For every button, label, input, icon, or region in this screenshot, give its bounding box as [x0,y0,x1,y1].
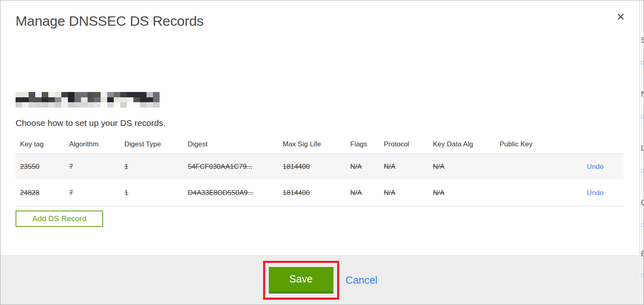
table-cell: N/A [384,189,433,197]
background-footer-sliver [640,255,644,305]
redacted-pixel [16,92,22,97]
redacted-pixel [88,92,94,97]
undo-link[interactable]: Undo [587,189,603,197]
redacted-pixel [133,97,140,103]
column-header: Algorithm [69,140,124,148]
table-cell: N/A [384,163,433,171]
redacted-pixel [88,97,94,103]
redacted-pixel [61,97,68,103]
redacted-pixel [114,97,120,103]
background-page-sliver: SoNoLoCoEo [640,0,644,305]
add-ds-record-button[interactable]: Add DS Record [16,211,103,227]
redacted-pixel [146,102,153,108]
undo-link[interactable]: Undo [587,163,603,170]
redacted-pixel [107,102,114,108]
table-cell: 7 [69,189,124,197]
red-highlight-annotation: Save [263,261,339,300]
redacted-pixel [127,92,133,97]
redacted-pixel [61,92,68,97]
table-cell: 7 [69,163,124,171]
redacted-pixel [68,102,74,108]
redacted-pixel [42,102,48,108]
redacted-pixel [48,102,55,108]
table-cell: D4A33E8DD550A9... [188,189,283,197]
action-cell: Undo [583,189,624,197]
background-text-fragment: N [641,90,644,99]
redacted-pixel [22,92,29,97]
redacted-pixel [55,92,61,97]
column-header: Protocol [384,140,433,148]
redacted-pixel [74,102,81,108]
redacted-pixel [29,102,35,108]
column-header: Max Sig Life [283,140,350,148]
redacted-pixel [61,102,68,108]
table-cell: 54FCF030AA1C79... [188,163,283,171]
cancel-link[interactable]: Cancel [346,274,378,286]
redacted-pixel [140,102,146,108]
background-text-fragment: L [641,144,644,153]
table-cell: N/A [433,163,500,171]
table-row: 235507154FCF030AA1C79...1814400N/AN/AN/A… [16,154,624,179]
table-cell: 1814400 [283,163,350,171]
background-text-fragment: E [641,249,644,258]
page-title: Manage DNSSEC DS Records [16,13,204,29]
table-cell: 23550 [20,163,69,171]
table-cell: 1 [124,189,188,197]
column-header: Public Key [500,140,583,148]
redacted-pixel [120,102,127,108]
table-cell: 1 [124,163,188,171]
redacted-pixel [35,92,42,97]
redacted-pixel [114,92,120,97]
redacted-pixel [101,97,107,103]
column-header: Key Data Alg [433,140,500,148]
table-cell: N/A [350,163,384,171]
redacted-pixel [55,102,61,108]
redacted-pixel [68,97,74,103]
redacted-pixel [29,92,35,97]
redacted-pixel [16,102,22,108]
redacted-pixel [22,102,29,108]
redacted-pixel [153,97,160,103]
background-text-fragment: o [641,113,644,120]
redacted-pixel [35,97,42,103]
table-cell: 1814400 [283,189,350,197]
redacted-pixel [107,97,114,103]
redacted-pixel [101,92,107,97]
table-cell: N/A [350,189,384,197]
table-cell: N/A [433,189,500,197]
redacted-pixel [153,92,160,97]
redacted-pixel [42,97,48,103]
redacted-pixel [120,92,127,97]
redacted-pixel [74,97,81,103]
redacted-pixel [127,102,133,108]
redacted-pixel [94,102,101,108]
redacted-pixel [81,92,88,97]
column-header: Key tag [20,140,69,148]
background-text-fragment: o [641,59,644,66]
table-row: 2482871D4A33E8DD550A9...1814400N/AN/AN/A… [16,179,624,206]
redacted-pixel [88,102,94,108]
redacted-pixel [140,92,146,97]
redacted-pixel [94,92,101,97]
table-header-row: Key tagAlgorithmDigest TypeDigestMax Sig… [16,135,624,154]
table-cell: 24828 [20,189,69,197]
redacted-pixel [107,92,114,97]
redacted-pixel [74,92,81,97]
save-button[interactable]: Save [269,267,333,294]
background-text-fragment: o [641,271,644,279]
background-text-fragment: S [641,36,644,45]
redacted-pixel [48,92,55,97]
close-icon[interactable]: ✕ [613,9,628,24]
redacted-pixel [140,97,146,103]
column-header: Digest [188,140,283,148]
redacted-pixel [120,97,127,103]
redacted-pixel [153,102,160,108]
redacted-pixel [133,92,140,97]
redacted-pixel [146,92,153,97]
redacted-pixel [94,97,101,103]
redacted-pixel [81,97,88,103]
redacted-pixel [114,102,120,108]
ds-records-table: Key tagAlgorithmDigest TypeDigestMax Sig… [16,135,624,206]
column-header: Digest Type [124,140,188,148]
background-text-fragment: o [641,167,644,174]
